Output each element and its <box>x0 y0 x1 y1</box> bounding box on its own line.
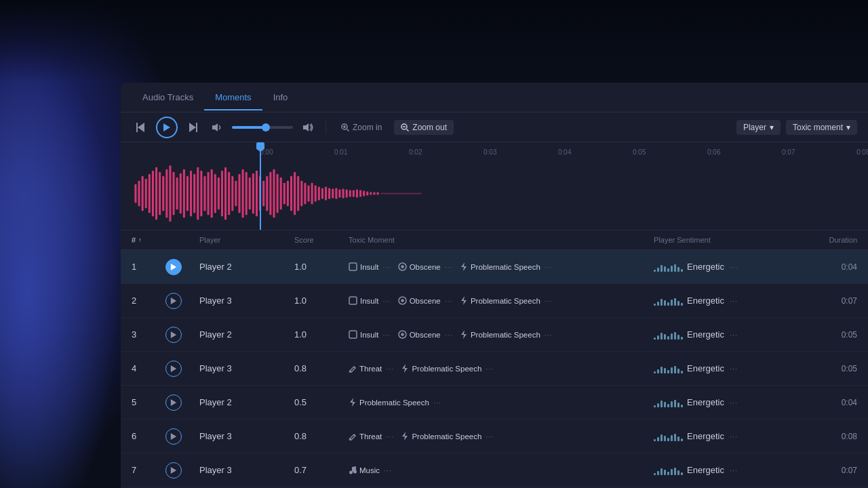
row-play[interactable] <box>165 428 199 445</box>
svg-rect-20 <box>155 167 157 220</box>
volume-slider[interactable] <box>232 126 293 129</box>
play-circle-2[interactable] <box>165 293 182 309</box>
svg-rect-19 <box>152 171 154 216</box>
play-circle-7[interactable] <box>165 462 182 479</box>
moment-dropdown[interactable]: Toxic moment ▾ <box>786 120 857 135</box>
timeline: 0:00 0:01 0:02 0:03 0:04 0:05 0:06 0:07 … <box>121 142 868 157</box>
col-header-num[interactable]: # ↑ <box>132 236 165 244</box>
sentiment-dots: ··· <box>730 466 738 474</box>
tab-info[interactable]: Info <box>262 85 299 110</box>
player-chevron-icon: ▾ <box>770 123 774 132</box>
svg-rect-45 <box>242 169 244 218</box>
col-header-sentiment[interactable]: Player Sentiment <box>654 236 789 244</box>
timeline-mark-1: 0:01 <box>334 148 347 156</box>
row-player: Player 2 <box>199 262 294 272</box>
table-row[interactable]: 2 Player 3 1.0 Insult···Obscene···Proble… <box>121 284 868 318</box>
sentiment-dots: ··· <box>730 365 738 373</box>
col-header-player[interactable]: Player <box>199 236 294 244</box>
table-row[interactable]: 3 Player 2 1.0 Insult···Obscene···Proble… <box>121 318 868 352</box>
sentiment-bars <box>654 432 683 441</box>
mini-bar <box>677 436 679 441</box>
row-play[interactable] <box>165 327 199 343</box>
zoom-in-label: Zoom in <box>353 123 382 132</box>
row-play[interactable] <box>165 394 199 411</box>
table-row[interactable]: 6 Player 3 0.8 Threat···Problematic Spee… <box>121 420 868 453</box>
row-duration: 0:07 <box>789 466 857 475</box>
sentiment-label: Energetic <box>687 296 724 306</box>
svg-marker-91 <box>171 298 176 304</box>
row-duration: 0:07 <box>789 296 857 306</box>
row-play[interactable] <box>165 293 199 309</box>
playhead[interactable] <box>260 142 261 230</box>
col-header-duration[interactable]: Duration <box>789 236 857 244</box>
mini-bar <box>674 264 676 272</box>
zoom-out-button[interactable]: Zoom out <box>394 120 454 135</box>
col-header-score[interactable]: Score <box>294 236 349 244</box>
row-score: 0.8 <box>294 431 349 441</box>
svg-rect-46 <box>245 172 248 215</box>
svg-marker-100 <box>461 330 467 339</box>
tag-label: Problematic Speech <box>359 399 429 407</box>
volume-slider-wrap <box>232 126 293 129</box>
row-num: 7 <box>132 465 165 475</box>
sentiment-bars <box>654 398 683 407</box>
tab-moments[interactable]: Moments <box>204 85 262 110</box>
table-row[interactable]: 1 Player 2 1.0 Insult···Obscene···Proble… <box>121 250 868 284</box>
svg-rect-84 <box>377 192 379 195</box>
mini-bar <box>671 469 673 475</box>
tab-audio-tracks[interactable]: Audio Tracks <box>132 85 204 110</box>
player-dropdown[interactable]: Player ▾ <box>736 120 781 135</box>
mini-bar <box>667 302 669 306</box>
tag: Problematic Speech··· <box>460 330 553 339</box>
row-sentiment: Energetic ··· <box>654 397 789 407</box>
tag: Problematic Speech··· <box>460 296 553 305</box>
tag-dots: ··· <box>383 297 391 305</box>
skip-back-button[interactable] <box>132 118 151 137</box>
svg-line-109 <box>354 434 355 436</box>
mini-bar <box>657 369 659 373</box>
table-row[interactable]: 5 Player 2 0.5 Problematic Speech··· Ene… <box>121 386 868 420</box>
table-row[interactable]: 7 Player 3 0.7 Music··· Energetic ··· 0:… <box>121 453 868 487</box>
sentiment-bars <box>654 466 683 475</box>
moment-dropdown-label: Toxic moment <box>793 123 843 132</box>
mini-bar <box>671 333 673 340</box>
tab-bar: Audio Tracks Moments Info <box>121 83 868 113</box>
svg-rect-22 <box>162 176 164 211</box>
mini-bar <box>667 370 669 373</box>
play-circle-4[interactable] <box>165 361 182 377</box>
play-button[interactable] <box>156 117 178 138</box>
svg-rect-31 <box>193 174 195 213</box>
skip-forward-button[interactable] <box>183 118 202 137</box>
sentiment-label: Energetic <box>687 431 724 441</box>
waveform-canvas[interactable] <box>121 157 868 230</box>
svg-marker-96 <box>171 331 176 338</box>
zoom-in-button[interactable]: Zoom in <box>334 120 389 135</box>
row-duration: 0:08 <box>789 432 857 441</box>
row-sentiment: Energetic ··· <box>654 431 789 441</box>
play-circle-3[interactable] <box>165 327 182 343</box>
row-sentiment: Energetic ··· <box>654 296 789 306</box>
mini-bar <box>657 336 659 340</box>
svg-rect-65 <box>311 183 313 205</box>
row-duration: 0:05 <box>789 364 857 373</box>
table-row[interactable]: 4 Player 3 0.8 Threat···Problematic Spee… <box>121 352 868 386</box>
row-play[interactable] <box>165 361 199 377</box>
mini-bar <box>677 335 679 340</box>
tag-dots: ··· <box>383 263 391 271</box>
tag-dots: ··· <box>445 297 453 305</box>
waveform-area[interactable]: 0:00 0:01 0:02 0:03 0:04 0:05 0:06 0:07 … <box>121 142 868 230</box>
row-duration: 0:04 <box>789 262 857 272</box>
col-header-toxic[interactable]: Toxic Moment <box>349 236 654 244</box>
row-score: 0.5 <box>294 397 349 407</box>
row-play[interactable] <box>165 259 199 275</box>
play-circle-1[interactable] <box>165 259 182 275</box>
tag: Insult··· <box>349 330 391 339</box>
mini-bar <box>654 338 656 340</box>
svg-point-114 <box>349 471 353 474</box>
play-circle-6[interactable] <box>165 428 182 445</box>
tag-label: Threat <box>359 432 382 441</box>
row-play[interactable] <box>165 462 199 479</box>
svg-rect-63 <box>304 183 306 205</box>
svg-rect-28 <box>183 169 185 218</box>
play-circle-5[interactable] <box>165 394 182 411</box>
